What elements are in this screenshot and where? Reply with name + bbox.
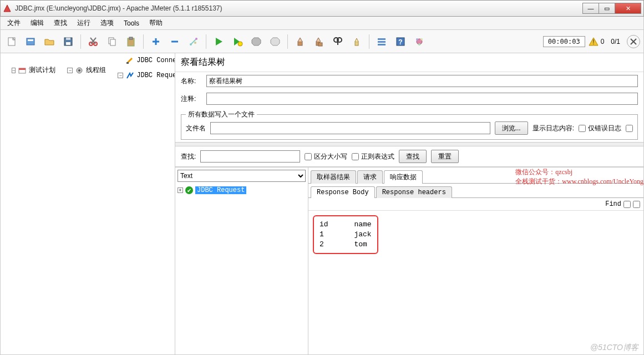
expand-icon[interactable]	[148, 34, 164, 49]
svg-marker-24	[252, 38, 261, 45]
svg-rect-26	[298, 42, 302, 45]
open-icon[interactable]	[42, 34, 57, 49]
svg-rect-6	[66, 38, 70, 40]
start-icon[interactable]	[211, 34, 226, 49]
panel-title: 察看结果树	[175, 53, 643, 72]
extra-checkbox[interactable]	[626, 125, 633, 132]
svg-rect-47	[19, 68, 26, 70]
menu-edit[interactable]: 编辑	[26, 17, 48, 29]
svg-rect-2	[27, 38, 34, 45]
svg-rect-5	[66, 42, 70, 45]
thread-count: 0/1	[611, 38, 620, 45]
find-option2-checkbox[interactable]	[633, 201, 640, 208]
cut-icon[interactable]	[85, 34, 101, 49]
help-icon[interactable]: ?	[393, 34, 408, 49]
case-sensitive-checkbox[interactable]: 区分大小写	[305, 152, 347, 161]
menu-run[interactable]: 运行	[73, 17, 95, 29]
window-title: JDBC.jmx (E:\uncleyong\JDBC.jmx) - Apach…	[15, 4, 583, 12]
search-tree-icon[interactable]	[330, 34, 346, 49]
toggle-icon[interactable]: −	[67, 68, 73, 73]
response-annotation-box: id name 1 jack 2 tom	[313, 215, 378, 254]
subtab-response-body[interactable]: Response Body	[311, 186, 375, 198]
svg-point-40	[420, 38, 423, 40]
result-tabs: 取样器结果 请求 响应数据 微信公众号：qzcsbj 全栈测试干货：www.cn…	[308, 168, 643, 184]
templates-icon[interactable]	[23, 34, 38, 49]
config-icon	[126, 57, 134, 64]
window-maximize-button[interactable]: ▭	[599, 3, 615, 14]
tab-response-data[interactable]: 响应数据	[384, 170, 423, 184]
start-no-timers-icon[interactable]	[230, 34, 245, 49]
filename-input[interactable]	[210, 122, 490, 134]
response-body-area[interactable]: id name 1 jack 2 tom	[308, 211, 643, 354]
window-close-button[interactable]: ✕	[615, 3, 641, 14]
toggle-icon[interactable]: −	[118, 73, 123, 78]
svg-marker-21	[216, 38, 222, 45]
tree-root[interactable]: − 测试计划 − 线程组 JDBC Connection Configurati…	[12, 55, 173, 85]
toggle-icon[interactable]: +	[178, 187, 183, 193]
clear-all-icon[interactable]	[311, 34, 327, 49]
elapsed-timer: 00:00:03	[543, 36, 585, 47]
svg-point-18	[190, 43, 192, 45]
test-plan-tree[interactable]: − 测试计划 − 线程组 JDBC Connection Configurati…	[1, 53, 175, 354]
new-file-icon[interactable]	[4, 34, 19, 49]
app-icon	[3, 4, 12, 13]
search-input[interactable]	[200, 150, 300, 163]
tab-sampler-result[interactable]: 取样器结果	[311, 170, 356, 184]
svg-point-20	[194, 42, 196, 44]
stop-icon[interactable]	[249, 34, 264, 49]
clear-icon[interactable]	[292, 34, 308, 49]
footer-watermark: @51CTO博客	[590, 343, 638, 353]
paste-icon[interactable]	[123, 34, 139, 49]
find-option-checkbox[interactable]	[623, 201, 631, 208]
sampler-icon	[126, 72, 134, 79]
browse-button[interactable]: 浏览...	[495, 121, 528, 135]
svg-rect-32	[355, 42, 358, 45]
tree-jdbc-request[interactable]: − JDBC Request Debug PostProcessor	[118, 65, 175, 85]
search-button[interactable]: 查找	[399, 150, 427, 163]
save-icon[interactable]	[60, 34, 76, 49]
plugins-icon[interactable]	[412, 34, 427, 49]
menu-options[interactable]: 选项	[96, 17, 118, 29]
only-errors-checkbox[interactable]: 仅错误日志	[579, 124, 621, 133]
threadgroup-icon	[75, 67, 83, 74]
function-helper-icon[interactable]	[374, 34, 389, 49]
shutdown-icon[interactable]	[267, 34, 283, 49]
collapse-icon[interactable]	[167, 34, 182, 49]
comment-label: 注释:	[181, 94, 203, 104]
copy-icon[interactable]	[104, 34, 120, 49]
menu-tools[interactable]: Tools	[119, 18, 144, 28]
find-label: Find	[605, 200, 621, 208]
tree-thread-group-label: 线程组	[85, 65, 107, 75]
menu-search[interactable]: 查找	[49, 17, 72, 29]
result-node[interactable]: + ✔ JDBC Request	[178, 186, 306, 194]
result-node-label: JDBC Request	[195, 186, 246, 194]
name-input[interactable]	[206, 75, 638, 87]
toggle-icon[interactable]	[186, 34, 201, 49]
svg-point-23	[238, 42, 242, 46]
tree-jdbc-conn[interactable]: JDBC Connection Configuration	[118, 55, 175, 65]
svg-point-41	[418, 43, 420, 45]
window-minimize-button[interactable]: —	[582, 3, 599, 14]
warning-indicator[interactable]: ! 0	[589, 37, 605, 47]
tab-request[interactable]: 请求	[357, 170, 383, 184]
horizontal-splitter[interactable]	[175, 142, 643, 146]
tree-thread-group[interactable]: − 线程组 JDBC Connection Configuration −	[67, 55, 175, 85]
svg-rect-12	[110, 39, 115, 45]
svg-rect-3	[28, 39, 33, 41]
svg-point-19	[195, 38, 197, 40]
subtab-response-headers[interactable]: Response headers	[376, 186, 452, 198]
menu-help[interactable]: 帮助	[145, 17, 167, 29]
renderer-select[interactable]: Text	[178, 170, 306, 182]
warning-count: 0	[601, 38, 605, 45]
regex-checkbox[interactable]: 正则表达式	[352, 152, 394, 161]
toggle-icon[interactable]: −	[12, 68, 16, 73]
search-label: 查找:	[181, 152, 196, 161]
reset-search-icon[interactable]	[349, 34, 364, 49]
menu-file[interactable]: 文件	[3, 17, 25, 29]
results-tree[interactable]: + ✔ JDBC Request	[175, 184, 308, 354]
reset-button[interactable]: 重置	[431, 150, 459, 163]
svg-rect-34	[378, 41, 386, 43]
close-thread-icon[interactable]	[627, 35, 640, 48]
comment-input[interactable]	[206, 93, 638, 105]
menu-bar: 文件 编辑 查找 运行 选项 Tools 帮助	[0, 17, 644, 30]
